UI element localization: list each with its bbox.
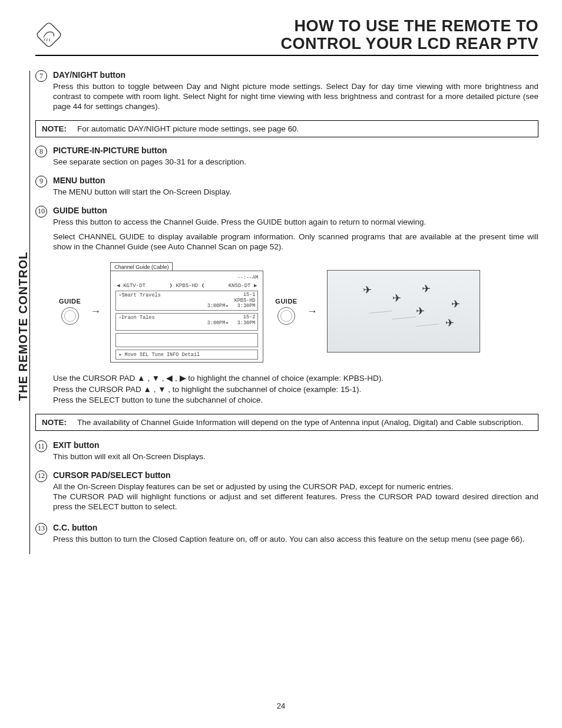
title-line-2: CONTROL YOUR LCD REAR PTV [280,35,538,53]
pip-body: See separate section on pages 30-31 for … [53,157,538,167]
osd-footer: ✦ Move SEL Tune INFO Detail [115,350,258,360]
guide-heading: GUIDE button [53,206,107,215]
day-night-heading: DAY/NIGHT button [53,70,125,80]
sidebar-section-label: THE REMOTE CONTROL [16,251,30,401]
guide-button-icon [277,307,295,325]
osd-tab: Channel Guide (Cable) [110,262,173,271]
osd-ch-right: KNSD-DT ▶ [229,282,257,289]
airplane-icon: ✈ [451,298,460,311]
osd-ch-mid: ❯ KPBS-HD ❮ [170,282,204,289]
exit-body: This button will exit all On-Screen Disp… [53,452,538,462]
menu-heading: MENU button [53,176,105,185]
note-box-2: NOTE: The availability of Channel Guide … [35,414,538,431]
note-label: NOTE: [42,124,67,133]
cursor-line-1: Use the CURSOR PAD ▲ , ▼ , ◀ , ▶ to high… [53,373,538,384]
cc-heading: C.C. button [53,523,97,532]
menu-body: The MENU button will start the On-Screen… [53,187,538,197]
airplane-icon: ✈ [422,282,431,295]
pip-heading: PICTURE-IN-PICTURE button [53,146,167,155]
arrow-right-icon: → [307,305,318,318]
title-line-1: HOW TO USE THE REMOTE TO [280,18,538,35]
brand-logo-icon [35,21,62,48]
note-label: NOTE: [42,418,67,427]
cursor-instructions: Use the CURSOR PAD ▲ , ▼ , ◀ , ▶ to high… [53,373,538,406]
cursor-pad-body: All the On-Screen Display features can b… [53,482,538,512]
svg-rect-0 [36,22,62,48]
page-number: 24 [0,701,562,710]
airplane-icon: ✈ [392,292,401,305]
cc-body: Press this button to turn the Closed Cap… [53,535,538,545]
guide-body-2: Select CHANNEL GUIDE to display availabl… [53,232,538,252]
cursor-line-2: Press the CURSOR PAD ▲ , ▼ , to highligh… [53,384,538,395]
guide-button-icon [61,307,79,325]
step-number-10: 10 [35,206,47,218]
osd-row-2: ▫Draon Tales 15-2 3:00PM◂ 3:30PM [115,313,258,331]
step-number-13: 13 [35,523,47,535]
step-number-9: 9 [35,176,47,187]
exit-heading: EXIT button [53,440,100,450]
note-text: The availability of Channel Guide Inform… [77,418,523,427]
guide-button-illustration-right: GUIDE [275,298,297,325]
cursor-pad-heading: CURSOR PAD/SELECT button [53,470,171,480]
airplane-icon: ✈ [363,284,372,297]
guide-button-illustration-left: GUIDE [59,298,81,325]
page-title: HOW TO USE THE REMOTE TO CONTROL YOUR LC… [280,18,538,52]
note-text: For automatic DAY/NIGHT picture mode set… [77,124,299,133]
osd-row-empty [115,333,258,347]
guide-btn-label: GUIDE [59,298,81,305]
note-box-1: NOTE: For automatic DAY/NIGHT picture mo… [35,120,538,137]
guide-body-1: Press this button to access the Channel … [53,218,538,228]
osd-row-1: ▫Smart Travels 15-1 KPBS-HD 3:00PM◂ 3:30… [115,291,258,311]
step-number-7: 7 [35,70,47,82]
step-number-11: 11 [35,440,47,452]
title-divider [35,55,538,56]
osd-time: --:--AM [115,275,258,281]
cursor-line-3: Press the SELECT button to tune the subc… [53,395,538,406]
channel-guide-osd: Channel Guide (Cable) --:--AM ◀ KGTV-DT … [110,260,263,363]
airplane-icon: ✈ [445,317,454,330]
airplane-icon: ✈ [416,305,425,318]
arrow-right-icon: → [90,305,101,318]
day-night-body: Press this button to toggle between Day … [53,82,538,112]
step-number-12: 12 [35,470,47,482]
guide-btn-label-2: GUIDE [275,298,297,305]
tv-preview-image: ✈ ✈ ✈ ✈ ✈ ✈ [327,270,480,353]
osd-ch-left: ◀ KGTV-DT [117,282,146,289]
step-number-8: 8 [35,146,47,157]
